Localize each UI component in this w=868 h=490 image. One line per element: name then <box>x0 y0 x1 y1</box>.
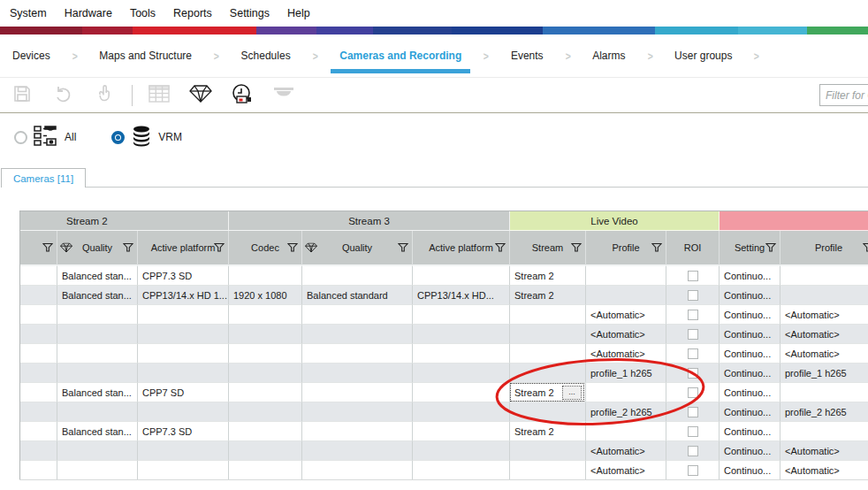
cell-platform3[interactable] <box>413 383 510 402</box>
cell-platform2[interactable] <box>138 461 229 480</box>
cell-quality2[interactable] <box>57 461 138 480</box>
recording-schedule-button[interactable] <box>231 84 254 107</box>
cell-platform2[interactable]: CPP7 SD <box>138 383 229 402</box>
cell-quality2[interactable]: Balanced stan... <box>57 383 138 402</box>
cell-profile_live[interactable]: <Automatic> <box>586 441 666 461</box>
cell-stream[interactable] <box>510 364 586 383</box>
filter-funnel-icon[interactable] <box>495 243 506 253</box>
cell-roi[interactable] <box>666 441 720 461</box>
filter-funnel-icon[interactable] <box>571 243 582 253</box>
cell-quality2[interactable] <box>57 441 138 461</box>
roi-checkbox[interactable] <box>688 426 698 437</box>
cell-stream[interactable]: Stream 2 <box>510 286 586 305</box>
cell-quality3[interactable] <box>302 305 413 325</box>
cell-profile_live[interactable] <box>586 422 666 441</box>
cell-quality3[interactable]: Balanced standard <box>302 286 413 305</box>
cell-codec3[interactable] <box>229 305 302 325</box>
cell-setting[interactable]: Continuo... <box>720 364 780 383</box>
cell-platform3[interactable] <box>413 305 510 325</box>
cell-setting[interactable]: Continuo... <box>720 325 780 344</box>
cell-profile_live[interactable]: <Automatic> <box>586 305 666 325</box>
column-header-quality3[interactable]: Quality <box>302 231 413 266</box>
cell-platform2[interactable] <box>138 344 229 364</box>
cell-codec3[interactable] <box>229 325 302 344</box>
cell-stream[interactable] <box>510 344 586 364</box>
cell-quality3[interactable] <box>302 325 413 344</box>
cell-platform2[interactable] <box>138 305 229 325</box>
cell-platform3[interactable] <box>413 266 510 286</box>
cell-profile_rec[interactable]: <Automatic> <box>780 441 868 461</box>
cell-codec3[interactable] <box>229 402 302 422</box>
cell-profile_rec[interactable] <box>780 266 868 286</box>
filter-input[interactable] <box>819 84 868 106</box>
cell-stream[interactable] <box>510 441 586 461</box>
cell-roi[interactable] <box>666 305 720 325</box>
column-header-quality2[interactable]: Quality <box>57 231 138 266</box>
cell-profile_live[interactable]: profile_2 h265 <box>586 402 666 422</box>
cell-setting[interactable]: Continuo... <box>720 402 780 422</box>
column-header-setting[interactable]: Setting <box>720 231 780 266</box>
column-header-platform3[interactable]: Active platform <box>413 231 510 266</box>
cell-platform2[interactable]: CPP13/14.x HD 1... <box>138 286 229 305</box>
cell-platform3[interactable] <box>413 325 510 344</box>
cell-stream[interactable] <box>510 402 586 422</box>
cell-roi[interactable] <box>666 325 720 344</box>
breadcrumb-item-alarms[interactable]: Alarms <box>589 34 628 77</box>
tab-cameras[interactable]: Cameras [11] <box>1 168 86 188</box>
selected-cell[interactable]: Stream 2... <box>511 384 583 401</box>
filter-funnel-icon[interactable] <box>863 243 868 253</box>
cell-stream[interactable]: Stream 2 <box>510 266 586 286</box>
menu-reports[interactable]: Reports <box>171 5 215 21</box>
cell-setting[interactable]: Continuo... <box>720 344 780 364</box>
cell-quality3[interactable] <box>302 461 413 480</box>
cell-platform2[interactable] <box>138 441 229 461</box>
scene-quality-button[interactable] <box>189 84 212 107</box>
cell-quality2[interactable]: Balanced stan... <box>57 266 138 286</box>
roi-checkbox[interactable] <box>688 407 698 417</box>
cell-rowfilter[interactable] <box>20 325 57 344</box>
breadcrumb-item-maps-and-structure[interactable]: Maps and Structure <box>95 34 195 77</box>
breadcrumb-item-user-groups[interactable]: User groups <box>671 34 735 77</box>
filter-funnel-icon[interactable] <box>42 243 53 253</box>
roi-checkbox[interactable] <box>688 387 698 398</box>
menu-system[interactable]: System <box>7 5 49 21</box>
cell-setting[interactable]: Continuo... <box>720 286 780 305</box>
table-view-button[interactable] <box>148 84 171 107</box>
cell-profile_rec[interactable]: profile_2 h265 <box>780 402 868 422</box>
filter-funnel-icon[interactable] <box>287 243 298 253</box>
column-header-profile_live[interactable]: Profile <box>586 231 666 266</box>
cell-rowfilter[interactable] <box>20 266 57 286</box>
cell-profile_rec[interactable]: <Automatic> <box>780 461 868 480</box>
column-header-platform2[interactable]: Active platform <box>138 231 229 266</box>
cell-rowfilter[interactable] <box>20 383 57 402</box>
ellipsis-button[interactable]: ... <box>562 386 582 400</box>
cell-codec3[interactable] <box>229 364 302 383</box>
cell-codec3[interactable] <box>229 344 302 364</box>
cell-stream[interactable]: Stream 2... <box>510 383 586 402</box>
cell-rowfilter[interactable] <box>20 461 57 480</box>
filter-funnel-icon[interactable] <box>214 243 225 253</box>
cell-quality3[interactable] <box>302 402 413 422</box>
cell-rowfilter[interactable] <box>20 422 57 441</box>
roi-checkbox[interactable] <box>688 310 698 320</box>
cell-platform2[interactable] <box>138 402 229 422</box>
cell-roi[interactable] <box>666 383 720 402</box>
cell-quality2[interactable] <box>57 325 138 344</box>
cell-platform3[interactable] <box>413 344 510 364</box>
cell-roi[interactable] <box>666 461 720 480</box>
cell-profile_live[interactable] <box>586 266 666 286</box>
cell-setting[interactable]: Continuo... <box>720 383 780 402</box>
pan-button[interactable] <box>94 84 117 107</box>
all-radio[interactable] <box>14 131 27 144</box>
cell-roi[interactable] <box>666 286 720 305</box>
cell-stream[interactable]: Stream 2 <box>510 422 586 441</box>
cell-profile_live[interactable]: <Automatic> <box>586 325 666 344</box>
cell-codec3[interactable] <box>229 441 302 461</box>
cell-stream[interactable] <box>510 325 586 344</box>
cell-rowfilter[interactable] <box>20 344 57 364</box>
cell-rowfilter[interactable] <box>20 402 57 422</box>
cell-quality3[interactable] <box>302 364 413 383</box>
cell-platform2[interactable]: CPP7.3 SD <box>138 422 229 441</box>
breadcrumb-item-events[interactable]: Events <box>507 34 547 77</box>
breadcrumb-item-devices[interactable]: Devices <box>9 34 54 77</box>
